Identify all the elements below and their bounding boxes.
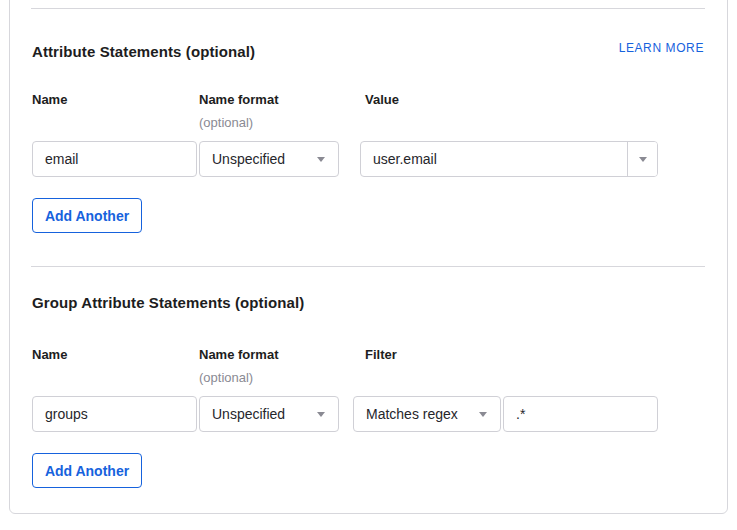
section-divider-top bbox=[31, 8, 705, 9]
add-another-attribute-button[interactable]: Add Another bbox=[32, 198, 142, 233]
column-header-value: Value bbox=[365, 92, 399, 107]
group-filter-type-selected-value: Matches regex bbox=[366, 406, 458, 422]
section-divider-middle bbox=[31, 266, 705, 267]
learn-more-link[interactable]: LEARN MORE bbox=[598, 41, 704, 55]
attribute-value-input[interactable] bbox=[361, 142, 627, 176]
group-attribute-name-input[interactable] bbox=[32, 396, 197, 432]
chevron-down-icon bbox=[317, 412, 325, 417]
group-name-format-optional-note: (optional) bbox=[199, 370, 253, 385]
column-header-name-format: Name format bbox=[199, 92, 278, 107]
group-attribute-statements-title: Group Attribute Statements (optional) bbox=[32, 294, 304, 311]
column-header-name: Name bbox=[32, 92, 67, 107]
chevron-down-icon bbox=[479, 412, 487, 417]
attribute-statements-title: Attribute Statements (optional) bbox=[32, 43, 255, 60]
group-column-header-filter: Filter bbox=[365, 347, 397, 362]
group-column-header-name-format: Name format bbox=[199, 347, 278, 362]
saml-settings-panel: Attribute Statements (optional) LEARN MO… bbox=[0, 0, 737, 530]
chevron-down-icon bbox=[639, 157, 647, 162]
attribute-value-combobox bbox=[360, 141, 658, 177]
attribute-name-input[interactable] bbox=[32, 141, 197, 177]
group-filter-type-select[interactable]: Matches regex bbox=[353, 396, 501, 432]
name-format-optional-note: (optional) bbox=[199, 115, 253, 130]
attribute-value-dropdown-button[interactable] bbox=[627, 142, 657, 176]
attribute-name-format-selected-value: Unspecified bbox=[212, 151, 285, 167]
group-filter-value-input[interactable] bbox=[503, 396, 658, 432]
group-column-header-name: Name bbox=[32, 347, 67, 362]
attribute-name-format-select[interactable]: Unspecified bbox=[199, 141, 339, 177]
chevron-down-icon bbox=[317, 157, 325, 162]
add-another-group-attribute-button[interactable]: Add Another bbox=[32, 453, 142, 488]
settings-card bbox=[9, 0, 728, 514]
group-attribute-name-format-selected-value: Unspecified bbox=[212, 406, 285, 422]
group-attribute-name-format-select[interactable]: Unspecified bbox=[199, 396, 339, 432]
